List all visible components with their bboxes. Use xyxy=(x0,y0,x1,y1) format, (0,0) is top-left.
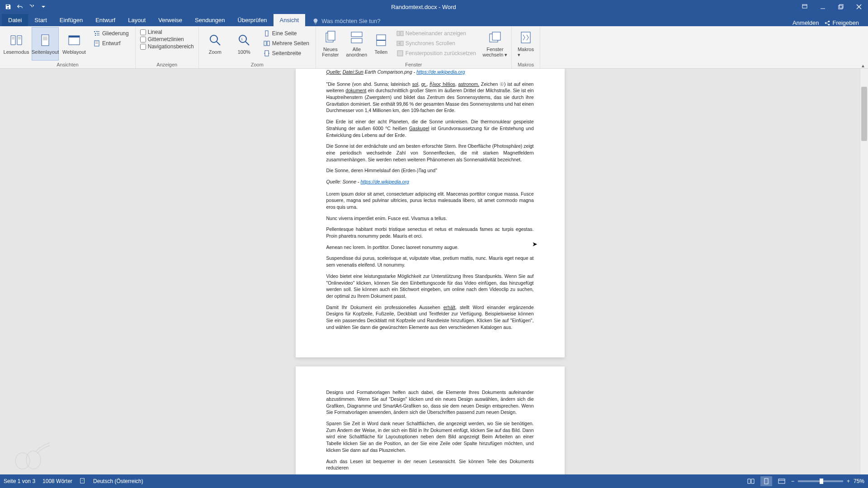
tab-uberprufen[interactable]: Überprüfen xyxy=(231,14,274,26)
document-page-1[interactable]: Quelle: Datei:Sun Earth Comparison.png -… xyxy=(296,69,565,357)
gitternetzlinien-checkbox[interactable]: Gitternetzlinien xyxy=(140,36,194,42)
macros-icon xyxy=(519,30,533,45)
zoom-slider-thumb[interactable] xyxy=(820,479,823,484)
web-layout-view-btn[interactable] xyxy=(776,476,788,486)
lesemodus-button[interactable]: Lesemodus xyxy=(3,27,30,61)
svg-rect-3 xyxy=(839,5,842,9)
svg-rect-50 xyxy=(397,51,403,56)
doc-paragraph: Damit Ihr Dokument ein professionelles A… xyxy=(326,304,534,331)
mehrere-seiten-button[interactable]: Mehrere Seiten xyxy=(261,39,311,48)
svg-rect-25 xyxy=(97,33,99,33)
svg-line-32 xyxy=(217,42,220,45)
doc-paragraph: Nunc viverra imperdiet enim. Fusce est. … xyxy=(326,215,534,222)
seitenlayout-button[interactable]: Seitenlayout xyxy=(32,27,59,61)
svg-rect-16 xyxy=(42,35,49,46)
collapse-ribbon-icon[interactable]: ▲ xyxy=(861,63,865,68)
entwurf-button[interactable]: Entwurf xyxy=(91,39,131,48)
tab-ansicht[interactable]: Ansicht xyxy=(274,14,306,26)
svg-point-33 xyxy=(239,35,246,42)
read-mode-view-btn[interactable] xyxy=(745,476,757,486)
maximize-icon[interactable] xyxy=(832,0,850,14)
svg-rect-37 xyxy=(264,41,266,46)
svg-rect-49 xyxy=(401,41,403,46)
svg-rect-58 xyxy=(778,479,785,483)
svg-rect-53 xyxy=(521,32,530,43)
svg-point-9 xyxy=(828,23,830,25)
zoom-in-btn[interactable]: + xyxy=(847,478,850,484)
app-title: Randomtext.docx - Word xyxy=(52,4,796,10)
eine-seite-button[interactable]: Eine Seite xyxy=(261,29,311,38)
svg-rect-43 xyxy=(351,38,362,43)
status-page[interactable]: Seite 1 von 3 xyxy=(4,478,35,484)
svg-rect-23 xyxy=(96,31,99,32)
status-proofing-icon[interactable] xyxy=(80,478,86,485)
seitenbreite-button[interactable]: Seitenbreite xyxy=(261,49,311,58)
print-layout-view-btn[interactable] xyxy=(760,476,772,486)
svg-rect-41 xyxy=(328,31,335,40)
redo-icon[interactable] xyxy=(26,1,37,12)
doc-paragraph: Die Erde ist einer der acht Planeten, di… xyxy=(326,118,534,138)
gliederung-button[interactable]: Gliederung xyxy=(91,29,131,38)
tell-me-label: Was möchten Sie tun? xyxy=(321,18,380,24)
ribbon-display-icon[interactable] xyxy=(796,0,814,14)
zoom-out-btn[interactable]: − xyxy=(791,478,794,484)
tab-layout[interactable]: Layout xyxy=(122,14,152,26)
tab-einfugen[interactable]: Einfügen xyxy=(53,14,89,26)
alle-anordnen-button[interactable]: Alle anordnen xyxy=(344,27,369,61)
split-icon xyxy=(374,33,388,47)
minimize-icon[interactable] xyxy=(814,0,832,14)
read-mode-icon xyxy=(9,33,24,47)
tab-sendungen[interactable]: Sendungen xyxy=(189,14,231,26)
neues-fenster-button[interactable]: Neues Fenster xyxy=(319,27,342,61)
svg-point-7 xyxy=(825,22,827,24)
multi-page-icon xyxy=(263,40,270,47)
svg-rect-46 xyxy=(397,31,400,36)
svg-rect-4 xyxy=(840,5,843,8)
svg-rect-22 xyxy=(94,31,95,32)
weblayout-button[interactable]: Weblayout xyxy=(61,27,88,61)
synchrones-button: Synchrones Scrollen xyxy=(395,39,478,48)
document-page-2[interactable]: Designs und Formatvorlagen helfen auch d… xyxy=(296,366,565,474)
doc-paragraph: Aenean nec lorem. In porttitor. Donec la… xyxy=(326,244,534,251)
svg-rect-39 xyxy=(265,51,269,56)
fenster-wechseln-button[interactable]: Fenster wechseln ▾ xyxy=(481,27,509,61)
undo-icon[interactable] xyxy=(14,1,25,12)
tab-start[interactable]: Start xyxy=(28,14,53,26)
scroll-thumb[interactable] xyxy=(861,87,867,141)
share-icon xyxy=(824,20,830,26)
save-icon[interactable] xyxy=(3,1,14,12)
svg-rect-21 xyxy=(69,36,80,38)
svg-text:1: 1 xyxy=(241,38,243,41)
tab-datei[interactable]: Datei xyxy=(2,14,28,26)
svg-rect-42 xyxy=(351,32,362,37)
tell-me-search[interactable]: Was möchten Sie tun? xyxy=(309,16,384,26)
makros-button[interactable]: Makros▾ xyxy=(514,27,537,61)
status-language[interactable]: Deutsch (Österreich) xyxy=(93,478,143,484)
tab-entwurf[interactable]: Entwurf xyxy=(89,14,122,26)
doc-paragraph: Designs und Formatvorlagen helfen auch d… xyxy=(326,389,534,416)
svg-rect-0 xyxy=(802,5,807,8)
zoom-group-label: Zoom xyxy=(202,61,313,68)
new-window-icon xyxy=(323,30,338,45)
document-area[interactable]: Quelle: Datei:Sun Earth Comparison.png -… xyxy=(0,69,860,474)
source-line-1: Quelle: Datei:Sun Earth Comparison.png -… xyxy=(326,69,534,75)
qat-dropdown-icon[interactable] xyxy=(38,1,49,12)
teilen-button[interactable]: Teilen xyxy=(371,27,391,61)
zoom-100-icon: 1 xyxy=(237,33,251,47)
zoom-slider[interactable] xyxy=(798,480,843,482)
close-icon[interactable] xyxy=(850,0,868,14)
sign-in-link[interactable]: Anmelden xyxy=(793,19,819,26)
tab-verweise[interactable]: Verweise xyxy=(152,14,189,26)
navigationsbereich-checkbox[interactable]: Navigationsbereich xyxy=(140,43,194,50)
outline-icon xyxy=(93,30,100,37)
share-button[interactable]: Freigeben xyxy=(824,19,859,26)
lineal-checkbox[interactable]: Lineal xyxy=(140,29,194,35)
share-label: Freigeben xyxy=(832,19,859,26)
vertical-scrollbar[interactable] xyxy=(860,69,868,474)
status-words[interactable]: 1008 Wörter xyxy=(42,478,72,484)
zoom-100-button[interactable]: 1 100% xyxy=(231,27,258,61)
doc-paragraph: Suspendisse dui purus, scelerisque at, v… xyxy=(326,255,534,268)
doc-paragraph: Video bietet eine leistungsstarke Möglic… xyxy=(326,273,534,300)
zoom-level[interactable]: 75% xyxy=(854,478,864,484)
zoom-button[interactable]: Zoom xyxy=(202,27,229,61)
